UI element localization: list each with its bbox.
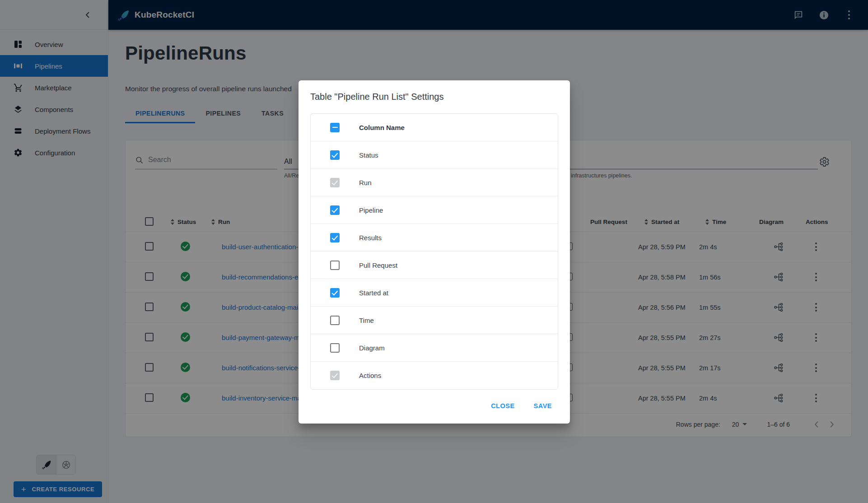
column-option-row: Results xyxy=(311,224,558,252)
close-button[interactable]: CLOSE xyxy=(485,398,521,414)
column-option-label: Run xyxy=(359,179,372,186)
column-option-row: Time xyxy=(311,307,558,334)
column-option-label: Pipeline xyxy=(359,206,383,214)
column-option-row: Started at xyxy=(311,279,558,307)
column-checkbox[interactable] xyxy=(330,261,340,270)
table-settings-modal: Table "Pipeline Run List" Settings Colum… xyxy=(299,80,570,424)
column-checkbox[interactable] xyxy=(330,205,340,215)
column-option-row: Diagram xyxy=(311,334,558,362)
column-options-box: Column Name Status Run xyxy=(310,113,558,390)
column-checkbox[interactable] xyxy=(330,288,340,298)
column-checkbox[interactable] xyxy=(330,150,340,160)
column-option-row: Pull Request xyxy=(311,252,558,279)
column-option-label: Started at xyxy=(359,289,388,297)
column-name-header-label: Column Name xyxy=(359,124,405,131)
modal-actions: CLOSE SAVE xyxy=(310,398,558,415)
column-checkbox[interactable] xyxy=(330,316,340,325)
save-button[interactable]: SAVE xyxy=(527,398,558,414)
column-option-label: Actions xyxy=(359,372,381,379)
column-option-label: Diagram xyxy=(359,344,385,352)
app-root: Overview Pipelines Marketplace Component… xyxy=(0,0,868,503)
select-all-columns-checkbox[interactable] xyxy=(330,123,340,132)
column-options-list: Status Run Pipeline Results xyxy=(311,141,558,389)
column-name-header-row: Column Name xyxy=(311,114,558,141)
column-option-label: Pull Request xyxy=(359,261,397,269)
column-checkbox[interactable] xyxy=(330,233,340,242)
column-option-row: Actions xyxy=(311,362,558,389)
modal-title: Table "Pipeline Run List" Settings xyxy=(310,92,558,102)
column-option-label: Time xyxy=(359,317,374,324)
column-checkbox[interactable] xyxy=(330,371,340,380)
column-option-row: Pipeline xyxy=(311,196,558,224)
column-checkbox[interactable] xyxy=(330,343,340,353)
column-option-row: Run xyxy=(311,169,558,196)
column-option-label: Results xyxy=(359,234,382,242)
column-option-row: Status xyxy=(311,141,558,169)
column-checkbox[interactable] xyxy=(330,178,340,187)
column-option-label: Status xyxy=(359,151,378,159)
